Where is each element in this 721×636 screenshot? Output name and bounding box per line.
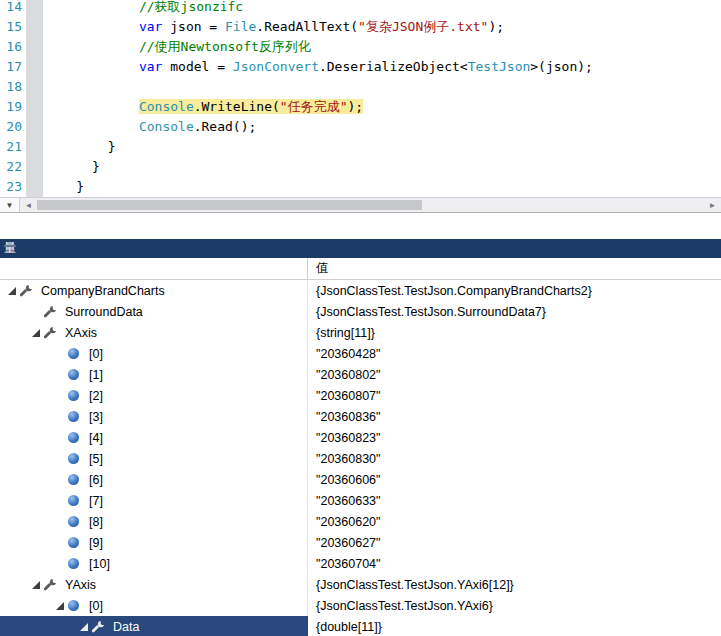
scroll-right-button[interactable]: ► [704, 198, 721, 212]
code-editor[interactable]: 14 //获取jsonzifc15 var json = File.ReadAl… [0, 0, 721, 197]
triangle-expanded-icon[interactable] [76, 623, 92, 631]
glyph-margin [26, 77, 43, 97]
code-line[interactable]: 16 //使用Newtonsoft反序列化 [0, 37, 721, 57]
token-plain: } [108, 139, 116, 154]
locals-row[interactable]: [5]"20360830" [0, 448, 721, 469]
locals-row[interactable]: [3]"20360836" [0, 406, 721, 427]
variable-value: {JsonClassTest.TestJson.YAxi6} [308, 595, 721, 616]
locals-row[interactable]: Data{double[11]} [0, 616, 721, 636]
code-line[interactable]: 21 } [0, 137, 721, 157]
scroll-left-button[interactable]: ◄ [20, 198, 37, 212]
row-name-cell[interactable]: YAxis [0, 574, 308, 595]
code-line[interactable]: 14 //获取jsonzifc [0, 0, 721, 17]
row-name-cell[interactable]: [4] [0, 427, 308, 448]
panel-title-text: 量 [4, 241, 17, 255]
code-line[interactable]: 17 var model = JsonConvert.DeserializeOb… [0, 57, 721, 77]
locals-row[interactable]: [10]"20360704" [0, 553, 721, 574]
variable-name: [6] [87, 473, 103, 487]
code-text: Console.WriteLine("任务完成"); [45, 97, 721, 117]
locals-row[interactable]: [7]"20360633" [0, 490, 721, 511]
row-name-cell[interactable]: [0] [0, 595, 308, 616]
triangle-expanded-icon[interactable] [28, 329, 44, 337]
variable-name: [9] [87, 536, 103, 550]
row-name-cell[interactable]: [6] [0, 469, 308, 490]
code-line[interactable]: 23 } [0, 177, 721, 197]
value-column-header[interactable]: 值 [308, 260, 329, 277]
row-name-cell[interactable]: CompanyBrandCharts [0, 280, 308, 301]
row-name-cell[interactable]: XAxis [0, 322, 308, 343]
token-type: JsonConvert [233, 59, 319, 74]
variable-name: Data [111, 620, 139, 634]
code-line[interactable]: 18 [0, 77, 721, 97]
variable-name: [2] [87, 389, 103, 403]
code-text: } [45, 177, 721, 197]
indent-spacer [0, 374, 52, 375]
token-plain: .ReadAllText( [256, 19, 358, 34]
code-line[interactable]: 15 var json = File.ReadAllText("复杂JSON例子… [0, 17, 721, 37]
variable-value: "20360823" [308, 427, 721, 448]
glyph-margin [26, 37, 43, 57]
row-name-cell[interactable]: [10] [0, 553, 308, 574]
indent-spacer [0, 605, 52, 606]
row-name-cell[interactable]: SurroundData [0, 301, 308, 322]
row-name-cell[interactable]: [7] [0, 490, 308, 511]
scrollbar-track[interactable] [37, 198, 704, 212]
scrollbar-dropdown-button[interactable]: ▼ [0, 198, 20, 212]
variable-name: YAxis [63, 578, 96, 592]
indent-spacer [0, 479, 52, 480]
blue-sphere-field-icon [68, 558, 87, 569]
code-line[interactable]: 20 Console.Read(); [0, 117, 721, 137]
code-line[interactable]: 19 Console.WriteLine("任务完成"); [0, 97, 721, 117]
locals-row[interactable]: [2]"20360807" [0, 385, 721, 406]
glyph-margin [26, 137, 43, 157]
row-name-cell[interactable]: [5] [0, 448, 308, 469]
indent-spacer [0, 437, 52, 438]
locals-row[interactable]: [1]"20360802" [0, 364, 721, 385]
triangle-expanded-icon[interactable] [4, 287, 20, 295]
variable-value: "20360620" [308, 511, 721, 532]
locals-row[interactable]: [6]"20360606" [0, 469, 721, 490]
locals-row[interactable]: YAxis{JsonClassTest.TestJson.YAxi6[12]} [0, 574, 721, 595]
line-number: 21 [0, 137, 26, 157]
locals-row[interactable]: [0]"20360428" [0, 343, 721, 364]
token-type: File [225, 19, 256, 34]
row-name-cell[interactable]: [8] [0, 511, 308, 532]
row-name-cell[interactable]: [1] [0, 364, 308, 385]
locals-row[interactable]: [4]"20360823" [0, 427, 721, 448]
token-type: TestJson [468, 59, 531, 74]
code-text: //获取jsonzifc [45, 0, 721, 17]
line-number: 18 [0, 77, 26, 97]
current-statement-highlight: Console.WriteLine("任务完成"); [139, 99, 363, 114]
glyph-margin [26, 97, 43, 117]
locals-row[interactable]: [9]"20360627" [0, 532, 721, 553]
locals-row[interactable]: SurroundData{JsonClassTest.TestJson.Surr… [0, 301, 721, 322]
indent-spacer [0, 542, 52, 543]
token-plain: .Read(); [194, 119, 257, 134]
row-name-cell[interactable]: [2] [0, 385, 308, 406]
variable-name: [7] [87, 494, 103, 508]
token-plain: json = [162, 19, 225, 34]
token-plain: ); [488, 19, 504, 34]
locals-row[interactable]: [8]"20360620" [0, 511, 721, 532]
code-line[interactable]: 22 } [0, 157, 721, 177]
blue-sphere-field-icon [68, 600, 87, 611]
row-name-cell[interactable]: [9] [0, 532, 308, 553]
row-name-cell[interactable]: [3] [0, 406, 308, 427]
panel-gap [0, 213, 721, 239]
locals-row[interactable]: [0]{JsonClassTest.TestJson.YAxi6} [0, 595, 721, 616]
locals-row[interactable]: XAxis{string[11]} [0, 322, 721, 343]
triangle-expanded-icon[interactable] [52, 602, 68, 610]
variable-value: "20360836" [308, 406, 721, 427]
variable-value: {JsonClassTest.TestJson.SurroundData7} [308, 301, 721, 322]
triangle-expanded-icon[interactable] [28, 581, 44, 589]
row-name-cell[interactable]: [0] [0, 343, 308, 364]
wrench-icon [44, 578, 63, 591]
line-number: 23 [0, 177, 26, 197]
grid-column-headers[interactable]: 值 [0, 258, 721, 280]
scrollbar-thumb[interactable] [37, 200, 422, 210]
row-name-cell[interactable]: Data [0, 616, 308, 636]
line-number: 20 [0, 117, 26, 137]
name-column-header[interactable] [0, 258, 308, 279]
horizontal-scrollbar[interactable]: ▼ ◄ ► [0, 197, 721, 213]
locals-row[interactable]: CompanyBrandCharts{JsonClassTest.TestJso… [0, 280, 721, 301]
